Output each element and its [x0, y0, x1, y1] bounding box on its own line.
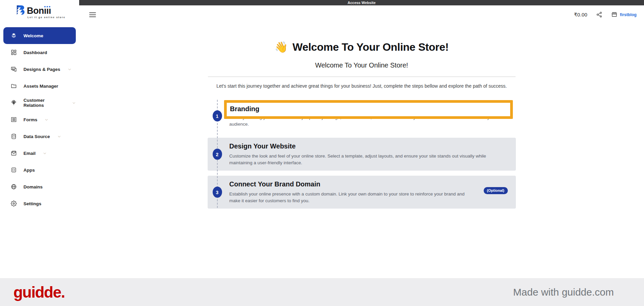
chevron-down-icon: [72, 101, 76, 105]
step-number-badge: 2: [213, 149, 222, 160]
email-icon: [11, 150, 17, 156]
step-description: Establish your online presence with a cu…: [229, 191, 508, 204]
forms-icon: [11, 117, 17, 123]
toolbar-right: ₹0.00 firstblog: [574, 11, 637, 18]
app-window: Access Website ₹0.00 firstblog Only 13 D…: [0, 0, 644, 306]
step-description: Customize the look and feel of your onli…: [229, 153, 508, 166]
step-title: Branding: [230, 105, 510, 113]
sidebar-item-settings[interactable]: Settings: [3, 195, 76, 212]
sidebar-item-welcome[interactable]: Welcome: [3, 27, 76, 44]
database-icon: [11, 133, 17, 139]
toolbar: ₹0.00 firstblog: [79, 5, 644, 24]
gear-icon: [11, 201, 17, 207]
sidebar-nav: Welcome Dashboard Designs & Pages Assets…: [0, 27, 79, 212]
apps-icon: [11, 167, 17, 173]
guidde-highlight-box: Branding: [224, 100, 513, 119]
step-number-badge: 3: [213, 187, 222, 198]
page-title: 👋Welcome To Your Online Store!: [79, 41, 644, 53]
welcome-icon: [11, 33, 17, 39]
guidde-logo: guidde.: [13, 283, 65, 301]
designs-pages-icon: [11, 66, 17, 72]
guidde-footer: guidde. Made with guidde.com: [0, 278, 644, 306]
wallet-balance: ₹0.00: [574, 12, 587, 18]
store-name: firstblog: [620, 12, 637, 17]
step-title: Design Your Website: [229, 142, 508, 150]
page-subtitle: Welcome To Your Online Store!: [79, 61, 644, 69]
boniii-logo-icon: [16, 5, 26, 15]
sidebar-item-designs-pages[interactable]: Designs & Pages: [3, 61, 76, 78]
folder-icon: [11, 83, 17, 89]
sidebar: Bonııı Let it go online store Welcome Da…: [0, 0, 79, 278]
sidebar-item-forms[interactable]: Forms: [3, 111, 76, 128]
access-website-label: Access Website: [347, 0, 376, 5]
sidebar-item-email[interactable]: Email: [3, 145, 76, 162]
storefront-icon: [611, 11, 618, 18]
globe-icon: [11, 184, 17, 190]
hero-section: 👋Welcome To Your Online Store! Welcome T…: [79, 41, 644, 89]
divider: [208, 77, 516, 77]
app-logo[interactable]: Bonııı Let it go online store: [0, 0, 79, 18]
access-website-strip[interactable]: Access Website: [79, 0, 644, 5]
sidebar-item-customer-relations[interactable]: Customer Relations: [3, 94, 76, 111]
dashboard-icon: [11, 49, 17, 55]
intro-text: Let's start this journey together and ac…: [79, 83, 644, 89]
sidebar-item-domains[interactable]: Domains: [3, 178, 76, 195]
onboarding-steps: 1 Branding Start by defining your brand'…: [208, 99, 516, 209]
share-icon[interactable]: [596, 11, 602, 18]
made-with-text: Made with guidde.com: [513, 287, 614, 298]
chevron-down-icon: [68, 68, 71, 71]
main-content: 👋Welcome To Your Online Store! Welcome T…: [79, 24, 644, 278]
handshake-icon: [11, 100, 17, 106]
step-number-badge: 1: [213, 111, 222, 122]
boniii-logo-text: Bonııı: [27, 6, 51, 15]
chevron-down-icon: [57, 135, 61, 138]
chevron-down-icon: [43, 151, 47, 155]
store-link[interactable]: firstblog: [611, 11, 637, 18]
step-card-branding[interactable]: 1 Branding Start by defining your brand'…: [208, 99, 516, 133]
menu-toggle-button[interactable]: [89, 12, 96, 17]
logo-tagline: Let it go online store: [28, 16, 79, 18]
sidebar-item-assets-manager[interactable]: Assets Manager: [3, 78, 76, 94]
sidebar-item-dashboard[interactable]: Dashboard: [3, 44, 76, 61]
wave-emoji: 👋: [274, 41, 288, 53]
step-title: Connect Your Brand Domain: [229, 180, 508, 188]
step-card-design-website[interactable]: 2 Design Your Website Customize the look…: [208, 138, 516, 171]
sidebar-item-data-source[interactable]: Data Source: [3, 128, 76, 145]
optional-badge: (Optional): [484, 187, 508, 194]
step-card-connect-domain[interactable]: 3 Connect Your Brand Domain Establish yo…: [208, 176, 516, 209]
sidebar-item-apps[interactable]: Apps: [3, 162, 76, 178]
chevron-down-icon: [45, 118, 48, 122]
